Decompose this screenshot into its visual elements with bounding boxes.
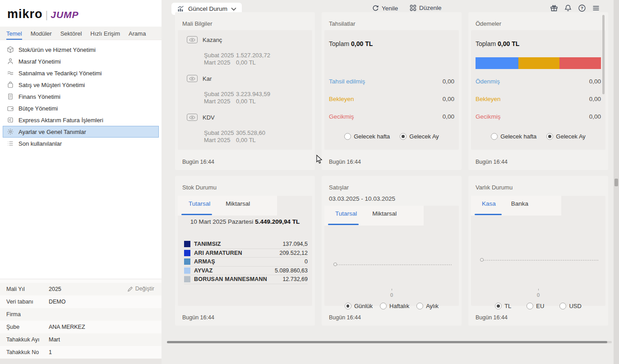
help-icon[interactable]: ? [578,4,586,12]
period-line: Mart 2025 [204,98,234,105]
status-label[interactable]: Gecikmiş [329,113,354,120]
tab-temel[interactable]: Temel [6,30,22,40]
tab-kasa[interactable]: Kasa [482,200,496,216]
radio-icon[interactable] [495,303,502,309]
sidebar-item-label: Masraf Yönetimi [18,58,61,65]
status-row-bekleyen: Bekleyen 0,00 [476,96,601,102]
stock-row-armas[interactable]: ARMAŞ 0 [184,258,308,267]
stock-row-ayvaz[interactable]: AYVAZ 5.089.860,63 [184,267,308,276]
period-line: Şubat 2025 [204,52,234,59]
assets-tabs: Kasa Banka [471,196,561,216]
sales-flat-line-chart [335,264,452,265]
sidebar-item-son-kullanilanlar[interactable]: Son kullanılanlar [3,138,159,149]
card-title: Satışlar [329,184,349,191]
sidebar-item-butce[interactable]: Bütçe Yönetimi [3,102,159,114]
color-swatch [184,267,190,274]
window-scrollbar-handle[interactable] [614,179,618,186]
radio-label: USD [569,303,581,309]
radio-tl[interactable]: TL [495,303,511,309]
chart-icon [177,5,185,13]
status-label[interactable]: Gecikmiş [476,113,501,120]
fin-periods: Şubat 2025 Mart 2025 [204,91,234,105]
tab-miktarsal[interactable]: Miktarsal [226,200,250,216]
dashboard-main: Güncel Durum Yenile Düzenle [162,0,614,364]
horizontal-scrollbar-thumb[interactable] [167,341,607,343]
eye-icon[interactable] [187,36,198,43]
eye-icon[interactable] [187,75,198,82]
radio-icon[interactable] [491,133,498,140]
refresh-button[interactable]: Yenile [372,5,398,12]
status-label[interactable]: Bekleyen [476,96,501,102]
sidebar: mikro | JUMP Temel Modüler Sektörel Hızl… [0,0,162,364]
session-value: 1 [49,349,52,355]
radio-icon[interactable] [400,133,407,140]
tab-arama[interactable]: Arama [129,30,146,40]
period-line: Şubat 2025 [204,129,234,137]
radio-gelecek-ay[interactable]: Gelecek Ay [400,133,439,140]
stock-row-ari-armaturen[interactable]: ARI ARMATUREN 209.522,12 [184,249,308,258]
radio-icon[interactable] [345,303,351,309]
session-row-mali-yil: Mali Yıl 2025 Değiştir [0,283,162,295]
fin-section-label: Kazanç [203,37,222,43]
radio-gelecek-ay[interactable]: Gelecek Ay [546,133,586,140]
menu-icon[interactable] [592,4,600,12]
tab-tutarsal[interactable]: Tutarsal [189,200,210,216]
sidebar-item-express-fatura[interactable]: Express Aktarım Fatura İşlemleri [3,114,159,126]
fin-values: 305.528,60 0,00 TL [236,129,265,144]
change-fiscal-year-link[interactable]: Değiştir [127,286,154,292]
edit-layout-button[interactable]: Düzenle [410,5,442,11]
fin-section-kar: Kar [187,75,212,82]
status-label[interactable]: Tahsil edilmiş [329,78,365,85]
radio-icon[interactable] [344,133,351,140]
sidebar-bottom-strip [0,359,162,364]
status-label[interactable]: Ödenmiş [476,78,500,85]
vertical-scrollbar-thumb[interactable] [602,15,605,94]
radio-icon[interactable] [380,303,387,309]
period-line: Mart 2025 [204,59,234,66]
value-line: 0,00 TL [236,98,270,105]
radio-label: Gelecek Ay [556,133,586,140]
eye-icon[interactable] [187,114,198,121]
radio-gunluk[interactable]: Günlük [345,303,373,309]
sidebar-menu: Stok/ürün ve Hizmet Yönetimi Masraf Yöne… [0,40,162,149]
tab-moduler[interactable]: Modüler [31,30,52,40]
sidebar-item-label: Stok/ürün ve Hizmet Yönetimi [18,46,96,53]
radio-haftalik[interactable]: Haftalık [380,303,409,309]
card-updated-time: Bugün 16:44 [476,314,508,321]
bar-segment-gecikmis [559,57,601,69]
tab-banka[interactable]: Banka [511,200,528,216]
radio-gelecek-hafta[interactable]: Gelecek hafta [344,133,390,140]
radio-icon[interactable] [416,303,423,309]
radio-icon[interactable] [559,303,566,309]
radio-gelecek-hafta[interactable]: Gelecek hafta [491,133,536,140]
active-tab-underline [475,214,502,215]
tab-miktarsal[interactable]: Miktarsal [372,210,397,226]
radio-icon[interactable] [546,133,553,140]
refresh-label: Yenile [382,5,398,12]
tab-tutarsal[interactable]: Tutarsal [335,210,357,226]
sidebar-item-stok-urun[interactable]: Stok/ürün ve Hizmet Yönetimi [3,44,159,55]
tab-sektorel[interactable]: Sektörel [60,30,82,40]
sidebar-item-satis[interactable]: Satış ve Müşteri Yönetimi [3,79,159,91]
sidebar-item-masraf[interactable]: Masraf Yönetimi [3,55,159,67]
gift-icon[interactable] [550,4,558,12]
sidebar-item-finans[interactable]: Finans Yönetimi [3,91,159,102]
sidebar-item-satinalma[interactable]: Satınalma ve Tedarikçi Yönetimi [3,67,159,79]
stock-value: 0 [305,258,308,265]
sidebar-item-ayarlar[interactable]: Ayarlar ve Genel Tanımlar [3,126,159,138]
horizontal-scrollbar[interactable] [167,341,612,343]
stock-headline-value: 5.449.209,94 TL [255,218,300,225]
bell-icon[interactable] [564,4,572,12]
radio-eu[interactable]: EU [527,303,544,309]
radio-usd[interactable]: USD [559,303,581,309]
sidebar-item-label: Express Aktarım Fatura İşlemleri [18,117,103,124]
tab-hizli-erisim[interactable]: Hızlı Erişim [90,30,120,40]
card-stok-durumu: Stok Durumu Tutarsal Miktarsal 10 Mart 2… [175,176,315,326]
status-label[interactable]: Bekleyen [329,96,354,102]
radio-icon[interactable] [527,303,533,309]
stock-row-borusan[interactable]: BORUSAN MANNESMANN 12.732,69 [184,275,308,284]
view-selector-label: Güncel Durum [188,5,227,12]
stock-row-tanimsiz[interactable]: TANIMSIZ 137.094,5 [184,240,308,249]
radio-aylik[interactable]: Aylık [416,303,439,309]
session-label: Mali Yıl [6,286,49,292]
